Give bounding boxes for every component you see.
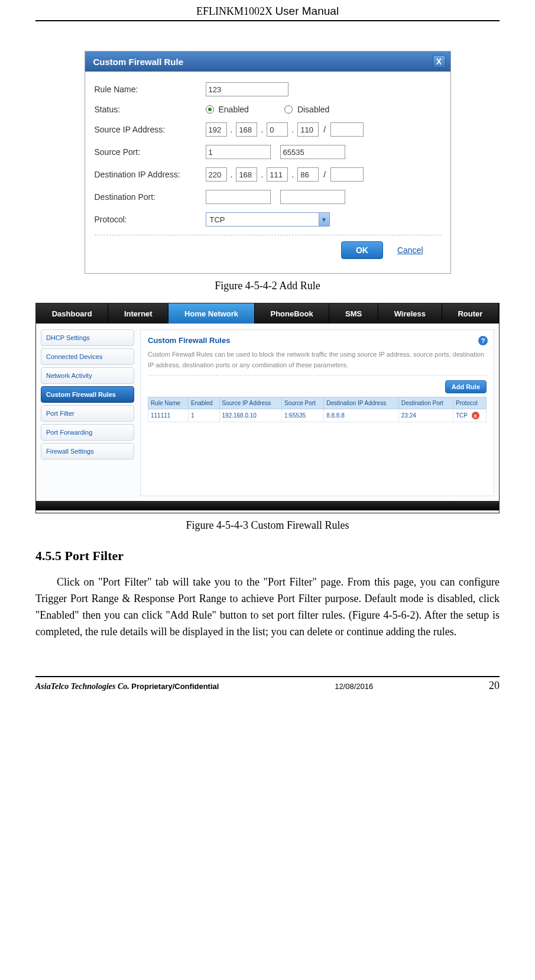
status-label: Status: (95, 105, 206, 114)
tab-dashboard[interactable]: Dashboard (36, 303, 108, 324)
protocol-value: TCP (210, 215, 225, 224)
dialog-title: Custom Firewall Rule (93, 57, 184, 67)
top-tabs: Dashboard Internet Home Network PhoneBoo… (36, 303, 499, 324)
status-enabled-radio[interactable]: Enabled (206, 105, 249, 114)
cancel-link[interactable]: Cancel (397, 245, 423, 255)
sidebar-item-connected-devices[interactable]: Connected Devices (41, 348, 134, 365)
col-dst-port: Destination Port (398, 397, 453, 409)
tab-router[interactable]: Router (442, 303, 499, 324)
footer-page: 20 (489, 680, 500, 692)
panel-description: Custom Firewall Rules can be used to blo… (148, 350, 487, 370)
sidebar-item-port-filter[interactable]: Port Filter (41, 405, 134, 422)
dest-port-label: Destination Port: (95, 192, 206, 202)
protocol-label: Protocol: (95, 215, 206, 224)
dialog-body: Rule Name: Status: Enabled Disabled (85, 72, 450, 270)
dst-ip-mask[interactable] (330, 167, 364, 182)
cell-src-ip: 192.168.0.10 (219, 409, 281, 422)
src-port-to[interactable] (280, 145, 345, 159)
src-ip-oct4[interactable] (297, 122, 319, 137)
tab-sms[interactable]: SMS (329, 303, 378, 324)
doc-label: User Manual (275, 5, 339, 17)
dst-ip-oct2[interactable] (236, 167, 257, 182)
figure-2-caption: Figure 4-5-4-3 Custom Firewall Rules (35, 519, 500, 532)
source-ip-label: Source IP Address: (95, 125, 206, 134)
cell-src-port: 1:65535 (282, 409, 324, 422)
src-ip-mask[interactable] (330, 122, 364, 137)
section-body: Click on "Port Filter" tab will take you… (35, 574, 500, 641)
protocol-select[interactable]: TCP ▼ (206, 212, 330, 227)
figure-1-wrap: Custom Firewall Rule X Rule Name: Status… (35, 51, 500, 274)
tab-wireless[interactable]: Wireless (378, 303, 442, 324)
src-ip-oct2[interactable] (236, 122, 257, 137)
col-protocol: Protocol (453, 397, 487, 409)
sidebar-item-network-activity[interactable]: Network Activity (41, 367, 134, 384)
tab-home-network[interactable]: Home Network (168, 303, 254, 324)
cell-protocol: TCP x (453, 409, 487, 422)
radio-selected-icon (206, 105, 214, 114)
dst-ip-oct3[interactable] (267, 167, 288, 182)
rule-name-input[interactable] (206, 82, 288, 96)
source-port-label: Source Port: (95, 147, 206, 157)
delete-row-icon[interactable]: x (472, 412, 479, 419)
panel-separator (148, 375, 487, 376)
add-rule-button[interactable]: Add Rule (445, 380, 487, 393)
bottom-bar (36, 501, 499, 510)
sidebar-item-firewall-settings[interactable]: Firewall Settings (41, 443, 134, 460)
sidebar-item-port-forwarding[interactable]: Port Forwarding (41, 424, 134, 441)
panel-title: Custom Firewall Rules (148, 336, 487, 345)
footer-proprietary: Proprietary/Confidential (131, 682, 219, 691)
custom-firewall-rule-dialog: Custom Firewall Rule X Rule Name: Status… (85, 51, 451, 274)
close-icon[interactable]: X (433, 55, 446, 68)
table-row: 111111 1 192.168.0.10 1:65535 8.8.8.8 23… (148, 409, 487, 422)
col-src-port: Source Port (282, 397, 324, 409)
col-dst-ip: Destination IP Address (324, 397, 399, 409)
cell-dst-ip: 8.8.8.8 (324, 409, 399, 422)
sidebar: DHCP Settings Connected Devices Network … (41, 329, 134, 496)
product-name: EFLINKM1002X (196, 5, 273, 17)
dialog-actions: OK Cancel (95, 241, 441, 265)
col-src-ip: Source IP Address (219, 397, 281, 409)
dst-port-from[interactable] (206, 190, 271, 204)
dest-ip-label: Destination IP Address: (95, 170, 206, 179)
footer-date: 12/08/2016 (335, 682, 373, 691)
page-header: EFLINKM1002X User Manual (35, 0, 500, 21)
radio-unselected-icon (284, 105, 293, 114)
sidebar-item-dhcp[interactable]: DHCP Settings (41, 329, 134, 346)
sidebar-item-custom-firewall-rules[interactable]: Custom Firewall Rules (41, 386, 134, 403)
dialog-titlebar: Custom Firewall Rule X (85, 51, 450, 72)
figure-1-caption: Figure 4-5-4-2 Add Rule (35, 280, 500, 292)
src-ip-oct1[interactable] (206, 122, 227, 137)
help-icon[interactable]: ? (478, 336, 488, 345)
cell-rule-name: 111111 (148, 409, 189, 422)
chevron-down-icon: ▼ (319, 213, 329, 226)
page-footer: AsiaTelco Technologies Co. Proprietary/C… (35, 676, 500, 692)
tab-phonebook[interactable]: PhoneBook (255, 303, 330, 324)
section-title: 4.5.5 Port Filter (35, 548, 500, 564)
ok-button[interactable]: OK (341, 241, 383, 259)
dst-ip-oct1[interactable] (206, 167, 227, 182)
main-panel: ? Custom Firewall Rules Custom Firewall … (140, 329, 494, 496)
cell-dst-port: 23:24 (398, 409, 453, 422)
dst-ip-oct4[interactable] (297, 167, 319, 182)
rule-name-label: Rule Name: (95, 85, 206, 94)
rules-table: Rule Name Enabled Source IP Address Sour… (148, 397, 487, 422)
src-ip-oct3[interactable] (267, 122, 288, 137)
footer-company: AsiaTelco Technologies Co. (35, 682, 129, 691)
src-port-from[interactable] (206, 145, 271, 159)
router-ui-screenshot: Dashboard Internet Home Network PhoneBoo… (35, 303, 500, 513)
tab-internet[interactable]: Internet (108, 303, 168, 324)
dst-port-to[interactable] (280, 190, 345, 204)
col-enabled: Enabled (188, 397, 219, 409)
status-disabled-radio[interactable]: Disabled (284, 105, 329, 114)
cell-enabled: 1 (188, 409, 219, 422)
table-header-row: Rule Name Enabled Source IP Address Sour… (148, 397, 487, 409)
col-rule-name: Rule Name (148, 397, 189, 409)
dialog-separator (95, 235, 441, 235)
